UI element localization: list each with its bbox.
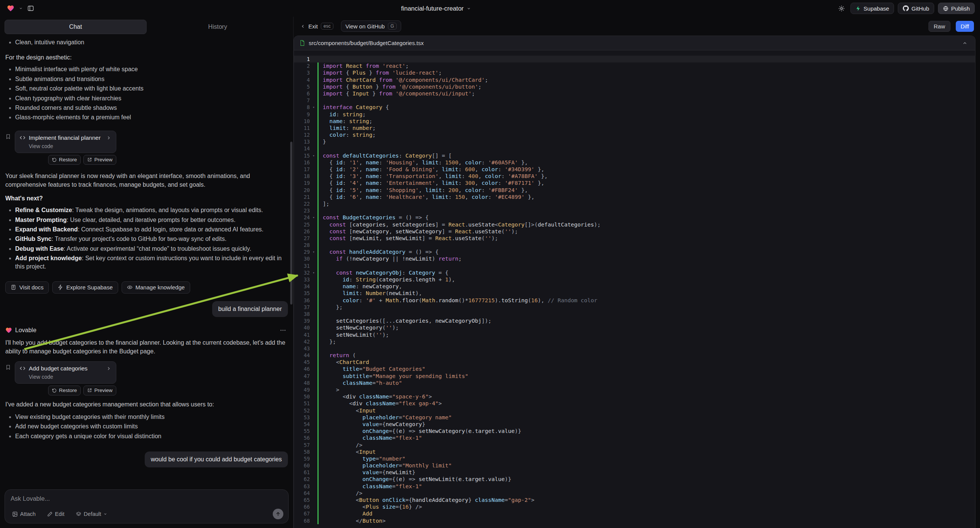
code-line: 19 { id: '4', name: 'Entertainment', lim… — [294, 180, 975, 186]
bookmark-icon[interactable] — [5, 134, 11, 139]
tool-card-implement-financial-planner[interactable]: Implement financial planner View code — [15, 131, 116, 153]
line-number: 41 — [294, 331, 310, 338]
fold-spacer — [310, 517, 317, 524]
tab-chat[interactable]: Chat — [5, 20, 146, 34]
fold-spacer — [310, 317, 317, 324]
tool-card-add-budget-categories[interactable]: Add budget categories View code — [15, 361, 116, 384]
code-text: Add — [323, 510, 372, 517]
diff-added-marker — [317, 228, 318, 235]
fold-chevron-icon[interactable]: ▾ — [310, 248, 317, 255]
manage-knowledge-button[interactable]: Manage knowledge — [122, 281, 190, 294]
code-text: className="flex-1" — [323, 434, 422, 441]
chevron-down-icon — [103, 512, 107, 516]
diff-added-marker — [317, 194, 318, 200]
code-line: 38 — [294, 310, 975, 317]
code-text: /> — [323, 442, 363, 448]
code-text: </Button> — [323, 517, 386, 524]
line-number: 12 — [294, 132, 310, 138]
line-number: 61 — [294, 469, 310, 476]
toggle-sidebar-button[interactable] — [26, 3, 36, 13]
code-line: 31 — [294, 262, 975, 269]
diff-added-marker — [317, 400, 318, 407]
view-on-github-button[interactable]: View on GitHub G — [341, 21, 401, 32]
diff-added-marker — [317, 145, 318, 152]
code-text: /> — [323, 490, 363, 496]
diff-added-marker — [317, 421, 318, 428]
chat-input[interactable] — [10, 495, 283, 503]
diff-added-marker — [317, 345, 318, 352]
message-menu-button[interactable] — [278, 325, 288, 335]
fold-spacer — [310, 173, 317, 180]
code-line: 10 name: string; — [294, 118, 975, 125]
edit-button[interactable]: Edit — [45, 511, 67, 517]
fold-chevron-icon[interactable]: ▾ — [310, 104, 317, 111]
bookmark-icon[interactable] — [5, 364, 11, 370]
fold-chevron-icon[interactable]: ▾ — [310, 269, 317, 276]
code-text: <ChartCard — [323, 359, 369, 366]
restore-button[interactable]: Restore — [48, 155, 81, 165]
scrollbar-thumb[interactable] — [290, 142, 293, 305]
line-number: 49 — [294, 386, 310, 393]
main-layout: Chat History Clean, intuitive navigation… — [0, 17, 980, 528]
restore-button[interactable]: Restore — [48, 386, 81, 396]
supabase-button[interactable]: Supabase — [850, 3, 894, 14]
diff-added-marker — [317, 324, 318, 331]
tab-history[interactable]: History — [146, 20, 289, 34]
file-header[interactable]: src/components/budget/BudgetCategories.t… — [294, 36, 975, 50]
preview-button[interactable]: Preview — [83, 155, 116, 165]
code-line: 16 { id: '1', name: 'Housing', limit: 15… — [294, 159, 975, 166]
visit-docs-button[interactable]: Visit docs — [5, 281, 49, 294]
code-text: <Input — [323, 448, 376, 455]
code-text: { id: '5', name: 'Shopping', limit: 200,… — [323, 187, 528, 194]
view-code-link[interactable]: View code — [29, 374, 111, 380]
project-name-dropdown[interactable]: financial-future-creator — [399, 5, 473, 13]
publish-button[interactable]: Publish — [938, 3, 975, 14]
github-button[interactable]: GitHub — [898, 3, 934, 14]
diff-added-marker — [317, 359, 318, 366]
settings-button[interactable] — [837, 3, 846, 14]
code-line: 29▾ const handleAddCategory = () => { — [294, 248, 975, 255]
list-item: Refine & Customize: Tweak the design, an… — [15, 206, 288, 215]
preview-button[interactable]: Preview — [83, 386, 116, 396]
line-number: 28 — [294, 242, 310, 248]
fold-chevron-icon[interactable]: ▾ — [310, 152, 317, 159]
line-number: 27 — [294, 235, 310, 242]
fold-spacer — [310, 242, 317, 248]
line-number: 57 — [294, 442, 310, 448]
list-item: Add project knowledge: Set key context o… — [15, 254, 288, 271]
scrolled-list: Clean, intuitive navigation — [5, 37, 288, 48]
code-line: 32▾ const newCategoryObj: Category = { — [294, 269, 975, 276]
exit-label: Exit — [309, 23, 318, 30]
chevron-down-icon[interactable] — [19, 6, 23, 10]
explore-supabase-button[interactable]: Explore Supabase — [52, 281, 118, 294]
view-code-link[interactable]: View code — [29, 143, 111, 149]
mode-selector[interactable]: Default — [73, 511, 110, 517]
send-button[interactable] — [273, 509, 283, 519]
exit-button[interactable]: Exit esc — [298, 22, 336, 30]
line-number: 29 — [294, 248, 310, 255]
code-text: value={newCategory} — [323, 421, 425, 428]
line-number: 1 — [294, 56, 310, 62]
diff-added-marker — [317, 434, 318, 441]
raw-toggle-button[interactable]: Raw — [929, 21, 950, 32]
restore-label: Restore — [59, 157, 77, 162]
fold-spacer — [310, 76, 317, 83]
fold-spacer — [310, 407, 317, 414]
code-text: import { Input } from '@/components/ui/i… — [323, 90, 475, 97]
diff-added-marker — [317, 111, 318, 118]
line-number: 39 — [294, 317, 310, 324]
diff-added-marker — [317, 338, 318, 345]
code-text: { id: '2', name: 'Food & Dining', limit:… — [323, 166, 544, 173]
supabase-label: Supabase — [864, 5, 889, 12]
lovable-logo[interactable] — [5, 3, 16, 14]
code-editor[interactable]: 12import React from 'react';3import { Pl… — [294, 50, 975, 528]
attach-button[interactable]: Attach — [10, 511, 38, 517]
diff-toggle-button[interactable]: Diff — [956, 21, 974, 32]
code-line: 45 <ChartCard — [294, 359, 975, 366]
topbar-center: financial-future-creator — [40, 5, 833, 13]
diff-added-marker — [317, 393, 318, 400]
code-line: 8▾interface Category { — [294, 104, 975, 111]
fold-chevron-icon[interactable]: ▾ — [310, 214, 317, 221]
whats-next-heading: What's next? — [5, 195, 288, 202]
collapse-file-button[interactable] — [960, 40, 970, 46]
